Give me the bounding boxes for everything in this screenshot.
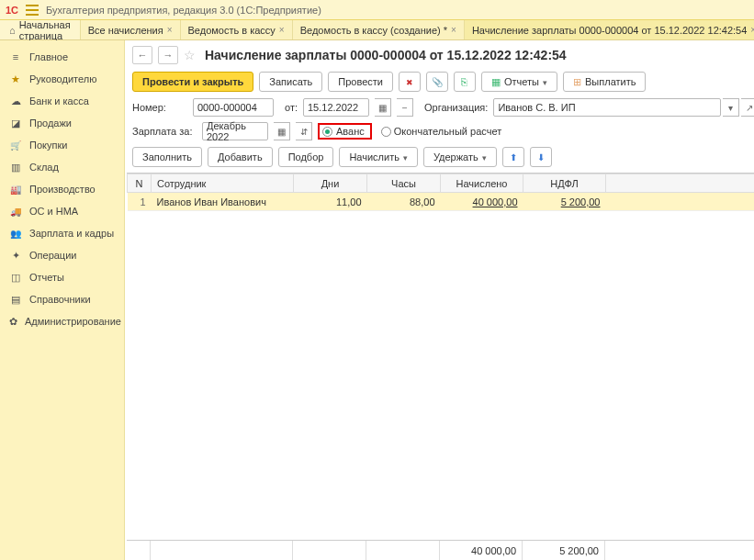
sidebar-item-manager[interactable]: Руководителю	[0, 68, 124, 90]
gear-icon	[9, 249, 22, 262]
tab-label: Ведомость в кассу	[188, 25, 276, 36]
calendar-button[interactable]: ▦	[274, 122, 290, 140]
sidebar-item-stock[interactable]: Склад	[0, 156, 124, 178]
select-button[interactable]: Подбор	[278, 147, 334, 167]
save-button[interactable]: Записать	[259, 72, 322, 92]
period-field[interactable]: Декабрь 2022	[202, 122, 268, 140]
report-icon	[491, 76, 501, 88]
post-and-close-button[interactable]: Провести и закрыть	[132, 72, 253, 92]
org-open-button[interactable]: ↗	[741, 98, 754, 117]
table: N Сотрудник Дни Часы Начислено НДФЛ 1 Ив…	[127, 173, 754, 560]
th-employee[interactable]: Сотрудник	[152, 174, 294, 193]
radio-advance[interactable]	[322, 127, 332, 137]
tag-icon	[9, 117, 22, 129]
date-clear-button[interactable]: –	[397, 98, 413, 117]
sidebar-item-production[interactable]: Производство	[0, 178, 124, 200]
add-button[interactable]: Добавить	[208, 147, 273, 167]
th-days[interactable]: Дни	[294, 174, 367, 193]
withhold-button[interactable]: Удержать	[423, 147, 497, 167]
table-footer: 40 000,00 5 200,00	[127, 540, 754, 560]
close-icon[interactable]: ×	[750, 25, 754, 35]
btn-label: Провести и закрыть	[142, 76, 243, 87]
accrue-button[interactable]: Начислить	[339, 147, 418, 167]
footer-accrued: 40 000,00	[440, 541, 523, 560]
th-accrued[interactable]: Начислено	[441, 174, 523, 193]
sidebar-item-label: Руководителю	[29, 73, 96, 84]
close-icon[interactable]: ×	[167, 25, 173, 35]
sidebar-item-admin[interactable]: Администрирование	[0, 310, 124, 332]
date-field[interactable]: 15.12.2022	[303, 98, 369, 117]
radio-advance-label: Аванс	[336, 126, 365, 137]
sidebar-item-reports[interactable]: Отчеты	[0, 266, 124, 288]
btn-label: Подбор	[288, 151, 324, 162]
caret-icon	[543, 76, 547, 87]
arrow-down-icon	[537, 151, 545, 162]
table-row[interactable]: 1 Иванов Иван Иванович 11,00 88,00 40 00…	[128, 193, 755, 211]
th-n[interactable]: N	[128, 174, 152, 193]
tab-0[interactable]: Все начисления ×	[80, 20, 180, 39]
sidebar-item-purchases[interactable]: Покупки	[0, 134, 124, 156]
page-head: ← → ☆ Начисление зарплаты 0000-000004 от…	[125, 40, 754, 68]
template-button[interactable]	[454, 72, 476, 92]
toolbar-table: Заполнить Добавить Подбор Начислить Удер…	[125, 143, 754, 171]
factory-icon	[9, 183, 22, 196]
sidebar: Главное Руководителю Банк и касса Продаж…	[0, 40, 125, 560]
sidebar-item-operations[interactable]: Операции	[0, 244, 124, 266]
close-icon[interactable]: ×	[279, 25, 285, 35]
sidebar-item-refs[interactable]: Справочники	[0, 288, 124, 310]
number-field[interactable]: 0000-000004	[193, 98, 274, 117]
sidebar-item-label: Банк и касса	[29, 95, 89, 106]
cart-icon	[9, 139, 22, 151]
attach-button[interactable]	[426, 72, 448, 92]
move-down-button[interactable]	[530, 147, 552, 167]
pay-button[interactable]: Выплатить	[563, 72, 646, 92]
forward-button[interactable]: →	[158, 46, 178, 64]
org-value: Иванов С. В. ИП	[498, 102, 575, 113]
tab-3[interactable]: Начисление зарплаты 0000-000004 от 15.12…	[464, 20, 754, 39]
sidebar-item-label: Производство	[29, 184, 96, 195]
radio-final-label: Окончательный расчет	[394, 126, 501, 137]
tab-label: Ведомость в кассу (создание) *	[300, 25, 447, 36]
fill-button[interactable]: Заполнить	[132, 147, 202, 167]
th-ndfl[interactable]: НДФЛ	[523, 174, 606, 193]
cell-ndfl[interactable]: 5 200,00	[523, 193, 606, 211]
th-hours[interactable]: Часы	[367, 174, 441, 193]
post-button[interactable]: Провести	[328, 72, 393, 92]
date-value: 15.12.2022	[308, 102, 358, 113]
move-up-button[interactable]	[502, 147, 524, 167]
radio-advance-highlight: Аванс	[318, 123, 372, 140]
calendar-button[interactable]: ▦	[375, 98, 391, 117]
sidebar-item-salary-hr[interactable]: Зарплата и кадры	[0, 222, 124, 244]
tab-2[interactable]: Ведомость в кассу (создание) * ×	[292, 20, 464, 39]
period-stepper[interactable]: ⇵	[296, 122, 312, 140]
chart-icon	[9, 271, 22, 284]
cell-employee: Иванов Иван Иванович	[152, 193, 294, 211]
form-row-period: Зарплата за: Декабрь 2022 ▦ ⇵ Аванс Окон…	[125, 119, 754, 143]
org-field[interactable]: Иванов С. В. ИП	[493, 98, 721, 117]
sidebar-item-label: Справочники	[29, 294, 91, 305]
sidebar-item-sales[interactable]: Продажи	[0, 112, 124, 134]
cell-accrued[interactable]: 40 000,00	[441, 193, 523, 211]
close-icon[interactable]: ×	[451, 25, 456, 35]
org-dropdown-button[interactable]: ▾	[723, 98, 739, 117]
sidebar-item-label: Склад	[29, 162, 59, 173]
cell-days: 11,00	[294, 193, 367, 211]
sidebar-item-bank-cash[interactable]: Банк и касса	[0, 90, 124, 112]
table-header: N Сотрудник Дни Часы Начислено НДФЛ	[128, 174, 755, 193]
tabbar: ⌂ Начальная страница Все начисления × Ве…	[0, 20, 754, 40]
radio-final[interactable]	[381, 127, 391, 137]
dtkt-button[interactable]	[399, 72, 421, 92]
sidebar-item-label: Продажи	[29, 118, 72, 129]
reports-button[interactable]: Отчеты	[481, 72, 557, 92]
book-icon	[9, 293, 22, 306]
star-icon[interactable]: ☆	[184, 48, 196, 62]
burger-icon[interactable]	[26, 5, 39, 16]
sidebar-item-main[interactable]: Главное	[0, 46, 124, 68]
pay-icon	[573, 76, 581, 88]
tab-1[interactable]: Ведомость в кассу ×	[180, 20, 292, 39]
sidebar-item-assets[interactable]: ОС и НМА	[0, 200, 124, 222]
tab-home[interactable]: ⌂ Начальная страница	[0, 20, 80, 39]
sidebar-item-label: Отчеты	[29, 272, 64, 283]
back-button[interactable]: ←	[132, 46, 152, 64]
sidebar-item-label: Зарплата и кадры	[29, 228, 114, 239]
